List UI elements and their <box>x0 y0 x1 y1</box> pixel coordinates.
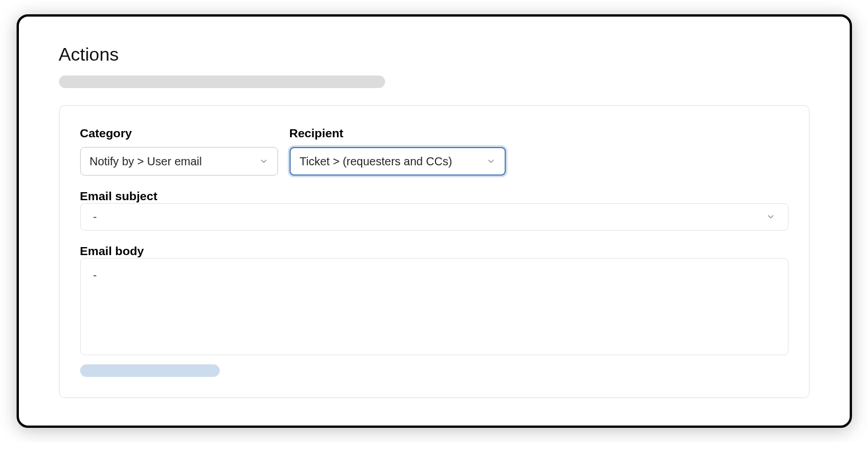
recipient-value: Ticket > (requesters and CCs) <box>300 155 453 168</box>
recipient-label: Recipient <box>290 126 506 140</box>
chevron-down-icon <box>486 157 496 166</box>
category-value: Notify by > User email <box>90 155 202 168</box>
email-subject-value: - <box>93 210 97 224</box>
recipient-field: Recipient Ticket > (requesters and CCs) <box>290 126 506 176</box>
email-body-field: Email body - <box>80 244 788 357</box>
email-subject-select[interactable]: - <box>80 203 788 230</box>
category-label: Category <box>80 126 278 140</box>
category-select[interactable]: Notify by > User email <box>80 147 278 176</box>
email-subject-field: Email subject - <box>80 189 788 230</box>
category-field: Category Notify by > User email <box>80 126 278 176</box>
recipient-select[interactable]: Ticket > (requesters and CCs) <box>290 147 506 176</box>
chevron-down-icon <box>766 212 775 221</box>
email-body-label: Email body <box>80 244 144 257</box>
top-row: Category Notify by > User email Recipien… <box>80 126 788 176</box>
chevron-down-icon <box>259 157 268 166</box>
description-placeholder <box>59 75 385 88</box>
action-card: Category Notify by > User email Recipien… <box>59 105 810 398</box>
email-body-textarea[interactable]: - <box>80 258 788 355</box>
email-subject-label: Email subject <box>80 189 157 202</box>
actions-panel: Actions Category Notify by > User email … <box>17 14 852 428</box>
footer-placeholder <box>80 364 220 377</box>
page-title: Actions <box>59 44 810 65</box>
